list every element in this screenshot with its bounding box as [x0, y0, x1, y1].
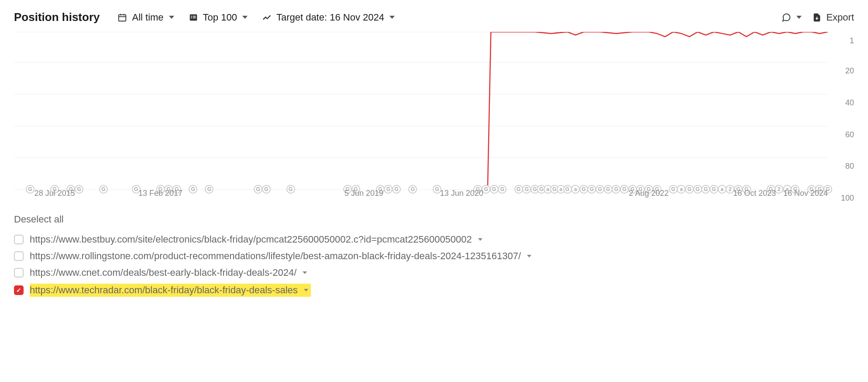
x-axis: 28 Jul 201513 Feb 20175 Jun 201913 Jun 2…	[14, 186, 828, 198]
svg-rect-0	[119, 14, 126, 21]
legend-item: https://www.techradar.com/black-friday/b…	[14, 281, 854, 299]
y-tick: 20	[830, 66, 854, 76]
export-label: Export	[826, 12, 854, 23]
speech-bubble-icon	[782, 13, 791, 22]
position-chart[interactable]: GGGGGGGGGGGGGGGGGGGGGGGGGGGGGaGaGaGGGGGG…	[14, 32, 854, 198]
x-tick: 13 Jun 2020	[440, 189, 483, 198]
chevron-down-icon[interactable]	[304, 289, 308, 292]
y-tick: 80	[830, 162, 854, 171]
calendar-icon	[117, 12, 127, 23]
list-icon	[188, 12, 199, 23]
legend: Deselect all https://www.bestbuy.com/sit…	[14, 214, 854, 299]
legend-checkbox[interactable]	[14, 285, 24, 295]
svg-rect-6	[193, 16, 196, 17]
chevron-down-icon[interactable]	[303, 271, 307, 274]
x-tick: 16 Oct 2023	[733, 189, 776, 198]
time-range-label: All time	[132, 12, 163, 23]
x-tick: 2 Aug 2022	[629, 189, 668, 198]
chevron-down-icon[interactable]	[478, 238, 482, 241]
chevron-down-icon	[389, 16, 395, 19]
page-title: Position history	[14, 10, 100, 24]
legend-url[interactable]: https://www.techradar.com/black-friday/b…	[30, 285, 298, 296]
svg-rect-7	[191, 17, 192, 18]
x-tick: 16 Nov 2024	[783, 189, 828, 198]
target-date-dropdown[interactable]: Target date: 16 Nov 2024	[262, 12, 395, 23]
legend-checkbox[interactable]	[14, 235, 24, 244]
top-n-dropdown[interactable]: Top 100	[188, 12, 248, 23]
svg-rect-5	[191, 16, 192, 17]
deselect-all-button[interactable]: Deselect all	[14, 214, 854, 225]
export-button[interactable]: Export	[812, 12, 854, 23]
legend-checkbox[interactable]	[14, 268, 24, 278]
download-icon	[812, 13, 822, 22]
notes-dropdown[interactable]	[782, 13, 802, 22]
legend-url[interactable]: https://www.rollingstone.com/product-rec…	[30, 250, 521, 262]
legend-item: https://www.rollingstone.com/product-rec…	[14, 248, 854, 264]
legend-checkbox[interactable]	[14, 251, 24, 261]
time-range-dropdown[interactable]: All time	[117, 12, 174, 23]
chart-markers: GGGGGGGGGGGGGGGGGGGGGGGGGGGGGaGaGaGGGGGG…	[14, 32, 828, 189]
y-tick: 40	[830, 98, 854, 108]
y-tick: 100	[830, 194, 854, 203]
top-n-label: Top 100	[203, 12, 237, 23]
trend-icon	[262, 12, 272, 23]
y-tick: 1	[830, 36, 854, 45]
legend-item: https://www.cnet.com/deals/best-early-bl…	[14, 264, 854, 281]
target-date-label: Target date: 16 Nov 2024	[276, 12, 384, 23]
export-group: Export	[782, 12, 854, 23]
toolbar: Position history All time Top 100 Target…	[14, 10, 854, 24]
svg-rect-8	[193, 17, 196, 18]
chevron-down-icon	[796, 16, 802, 19]
x-tick: 13 Feb 2017	[138, 189, 183, 198]
legend-item: https://www.bestbuy.com/site/electronics…	[14, 231, 854, 248]
chevron-down-icon[interactable]	[527, 255, 531, 257]
x-tick: 28 Jul 2015	[34, 189, 75, 198]
x-tick: 5 Jun 2019	[344, 189, 383, 198]
legend-url[interactable]: https://www.bestbuy.com/site/electronics…	[30, 234, 472, 245]
y-tick: 60	[830, 130, 854, 139]
chart-container: GGGGGGGGGGGGGGGGGGGGGGGGGGGGGaGaGaGGGGGG…	[14, 32, 854, 198]
chevron-down-icon	[169, 16, 174, 19]
legend-url[interactable]: https://www.cnet.com/deals/best-early-bl…	[30, 267, 296, 278]
y-axis: 120406080100	[830, 32, 854, 198]
chevron-down-icon	[242, 16, 248, 19]
